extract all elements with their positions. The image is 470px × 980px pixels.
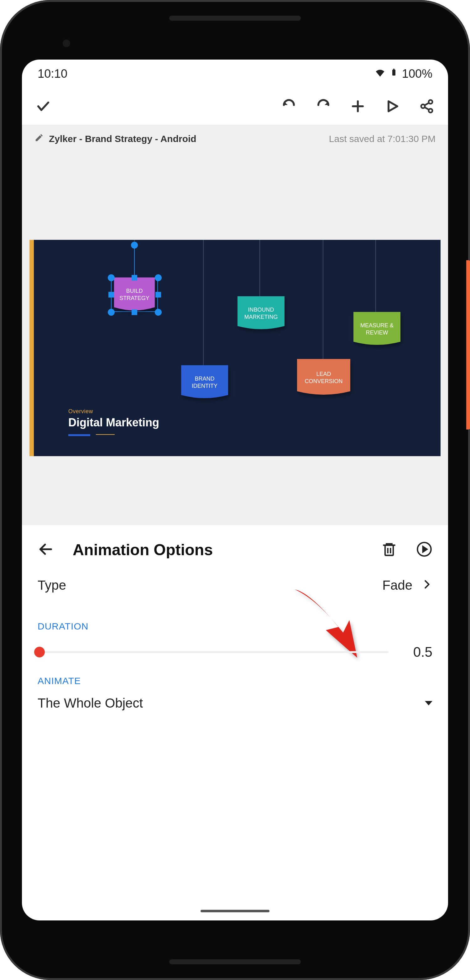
- selection-handle[interactable]: [108, 309, 115, 316]
- slide-title-block[interactable]: Overview Digital Marketing: [68, 408, 159, 438]
- selection-handle[interactable]: [132, 275, 137, 281]
- rotation-handle[interactable]: [131, 242, 138, 248]
- banner-label: BUILD STRATEGY: [119, 288, 149, 302]
- svg-line-9: [425, 107, 429, 110]
- banner-label: BRAND IDENTITY: [192, 375, 218, 390]
- banner-label: LEAD CONVERSION: [305, 371, 343, 385]
- animate-row[interactable]: The Whole Object: [38, 696, 432, 717]
- svg-rect-11: [385, 545, 393, 555]
- slide[interactable]: BUILD STRATEGY INBOUND MARKETING: [29, 240, 441, 456]
- banner-label: INBOUND MARKETING: [244, 306, 278, 321]
- selection-handle[interactable]: [156, 292, 161, 298]
- document-title[interactable]: Zylker - Brand Strategy - Android: [49, 134, 197, 144]
- svg-marker-15: [423, 546, 427, 552]
- pencil-icon[interactable]: [35, 133, 44, 145]
- caret-down-icon: [425, 701, 432, 705]
- hang-line: [259, 240, 260, 296]
- selection-handle[interactable]: [108, 292, 114, 298]
- animate-label: ANIMATE: [38, 676, 432, 686]
- panel-title: Animation Options: [73, 541, 362, 559]
- animation-options-panel: Animation Options Type Fade: [22, 525, 448, 736]
- play-circle-icon[interactable]: [416, 541, 432, 558]
- last-saved: Last saved at 7:01:30 PM: [329, 134, 435, 144]
- hang-line: [203, 240, 204, 365]
- front-camera: [63, 40, 70, 47]
- type-label: Type: [38, 578, 66, 593]
- title-underline: [68, 434, 90, 436]
- plus-icon[interactable]: [349, 97, 367, 115]
- battery-icon: [390, 66, 398, 81]
- frame-accent: [466, 260, 470, 430]
- check-icon[interactable]: [35, 97, 52, 115]
- wifi-icon: [375, 67, 386, 81]
- type-row[interactable]: Type Fade: [38, 559, 432, 605]
- banner-label: MEASURE & REVIEW: [360, 322, 394, 337]
- animate-value: The Whole Object: [38, 696, 143, 711]
- svg-rect-0: [392, 70, 395, 76]
- selection-handle[interactable]: [108, 274, 115, 281]
- svg-point-6: [421, 104, 425, 108]
- chevron-right-icon: [422, 578, 432, 593]
- slide-overview-label: Overview: [68, 408, 159, 415]
- svg-rect-1: [393, 68, 394, 70]
- slide-shape-brand-identity[interactable]: BRAND IDENTITY: [178, 365, 231, 400]
- toolbar: [22, 88, 448, 126]
- slide-shape-inbound-marketing[interactable]: INBOUND MARKETING: [234, 296, 287, 331]
- slide-shape-lead-conversion[interactable]: LEAD CONVERSION: [294, 359, 353, 396]
- selection-handle[interactable]: [132, 309, 137, 315]
- arrow-left-icon[interactable]: [38, 541, 54, 558]
- slider-thumb[interactable]: [34, 647, 45, 657]
- battery-percent: 100%: [402, 67, 432, 81]
- redo-icon[interactable]: [314, 97, 332, 115]
- duration-value: 0.5: [407, 644, 432, 660]
- speaker-top: [169, 16, 301, 21]
- svg-point-5: [429, 100, 432, 104]
- duration-slider[interactable]: [38, 651, 389, 653]
- status-bar: 10:10 100%: [22, 60, 448, 88]
- type-value: Fade: [382, 578, 412, 593]
- rotation-line: [134, 245, 135, 277]
- screen: 10:10 100%: [22, 60, 448, 920]
- slide-shape-measure-review[interactable]: MEASURE & REVIEW: [350, 312, 403, 347]
- svg-marker-4: [389, 101, 397, 111]
- clock: 10:10: [38, 67, 67, 81]
- selection-handle[interactable]: [155, 274, 162, 281]
- title-underline: [96, 434, 115, 435]
- duration-label: DURATION: [38, 621, 432, 632]
- nav-pill[interactable]: [200, 910, 270, 912]
- undo-icon[interactable]: [280, 97, 298, 115]
- play-icon[interactable]: [384, 97, 401, 115]
- trash-icon[interactable]: [381, 541, 397, 558]
- share-icon[interactable]: [418, 97, 435, 115]
- svg-line-8: [425, 103, 429, 105]
- selection-handle[interactable]: [155, 309, 162, 316]
- document-header: Zylker - Brand Strategy - Android Last s…: [22, 126, 448, 152]
- phone-frame: 10:10 100%: [0, 0, 470, 980]
- hang-line: [375, 240, 376, 312]
- slide-title: Digital Marketing: [68, 416, 159, 429]
- slide-shape-build-strategy[interactable]: BUILD STRATEGY: [111, 277, 158, 312]
- slide-canvas-area: BUILD STRATEGY INBOUND MARKETING: [22, 152, 448, 525]
- svg-point-7: [429, 109, 432, 113]
- speaker-bottom: [169, 959, 301, 964]
- hang-line: [323, 240, 323, 359]
